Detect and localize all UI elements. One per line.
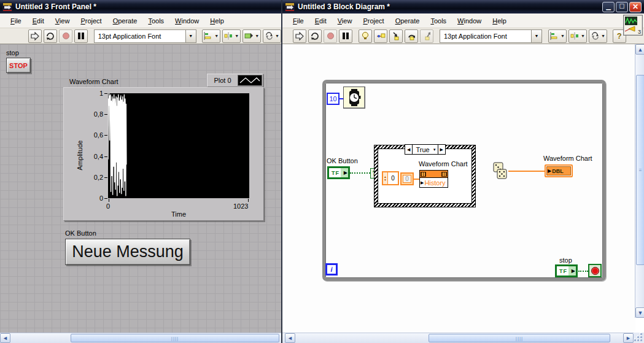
y-tick: 0,6 <box>85 131 103 139</box>
neue-messung-button[interactable]: Neue Messung <box>65 239 190 265</box>
y-tick: 1 <box>85 90 103 97</box>
vscroll-thumb[interactable]: ≡ <box>636 75 644 265</box>
scroll-up-button[interactable]: ▲ <box>635 44 644 55</box>
run-continuous-button[interactable] <box>44 29 57 43</box>
menu-window[interactable]: Window <box>169 15 204 27</box>
index-spinner-icon[interactable]: ▲▼ <box>383 172 388 184</box>
resize-objects-dropdown[interactable]: ▼ <box>242 29 261 43</box>
loop-condition-terminal[interactable] <box>588 264 602 277</box>
hscroll-thumb[interactable]: |||| <box>71 334 279 342</box>
desktop: Untitled 3 Front Panel * File Edit View … <box>0 0 644 343</box>
wire-dice-to-chart[interactable] <box>508 171 545 172</box>
case-dropdown-icon[interactable]: ▼ <box>433 148 436 152</box>
step-out-button[interactable] <box>420 29 433 43</box>
step-into-button[interactable] <box>389 29 403 43</box>
menu-view[interactable]: View <box>332 15 358 27</box>
menu-help[interactable]: Help <box>204 15 230 27</box>
array-constant-index[interactable]: ▲▼ 0 <box>382 171 399 185</box>
menu-tools[interactable]: Tools <box>142 15 169 27</box>
close-button[interactable]: ✕ <box>629 2 642 12</box>
abort-button[interactable] <box>324 29 337 43</box>
abort-icon <box>327 33 334 39</box>
menu-file[interactable]: File <box>287 15 309 27</box>
front-panel-hscrollbar[interactable]: ◄ |||| <box>0 333 281 343</box>
menu-view[interactable]: View <box>50 15 76 27</box>
menu-operate[interactable]: Operate <box>390 15 425 27</box>
front-panel-toolbar: 13pt Application Font ▼ ▼ ▼ ▼ <box>0 28 281 44</box>
menu-file[interactable]: File <box>5 15 27 27</box>
highlight-execution-button[interactable] <box>359 29 372 43</box>
ok-button-terminal[interactable]: TF ▶ <box>327 166 350 179</box>
menu-edit[interactable]: Edit <box>309 15 332 27</box>
font-dropdown-arrow-icon[interactable]: ▼ <box>531 30 541 42</box>
menu-edit[interactable]: Edit <box>27 15 50 27</box>
distribute-objects-dropdown[interactable]: ▼ <box>568 29 587 43</box>
front-panel-titlebar[interactable]: Untitled 3 Front Panel * <box>0 0 281 13</box>
stop-button-text: STOP <box>9 62 28 69</box>
align-objects-dropdown[interactable]: ▼ <box>548 29 567 43</box>
plot-legend[interactable]: Plot 0 <box>207 74 263 87</box>
menu-project[interactable]: Project <box>357 15 389 27</box>
menu-window[interactable]: Window <box>452 15 487 27</box>
distribute-objects-dropdown[interactable]: ▼ <box>222 29 241 43</box>
numeric-constant-10[interactable]: 10 <box>327 93 339 105</box>
run-button[interactable] <box>293 29 306 43</box>
pause-button[interactable] <box>74 29 88 43</box>
case-selector-label[interactable]: ◀ True ▼ ▶ <box>405 144 446 155</box>
run-continuous-button[interactable] <box>308 29 322 43</box>
minimize-button[interactable]: ▁ <box>602 2 615 12</box>
maximize-button[interactable]: ☐ <box>616 2 628 12</box>
window-resize-grip[interactable] <box>634 333 644 343</box>
align-objects-dropdown[interactable]: ▼ <box>202 29 220 43</box>
lightbulb-icon <box>361 31 370 40</box>
block-diagram-vscrollbar[interactable]: ▲ ≡ ▼ <box>635 44 644 318</box>
block-diagram-canvas[interactable]: 10 OK Button TF ▶ ? <box>285 44 635 332</box>
wire-stop-to-condition[interactable] <box>578 271 588 272</box>
hscroll-thumb[interactable]: |||| <box>429 334 610 342</box>
scroll-left-button[interactable]: ◄ <box>0 333 10 343</box>
block-diagram-titlebar[interactable]: Untitled 3 Block Diagram * ▁ ☐ ✕ <box>282 0 644 13</box>
property-node[interactable]: ▶ History <box>419 170 448 188</box>
waveform-chart[interactable]: 1 0,8 0,6 0,4 0,2 0 0 1023 Time Amplitud… <box>63 87 264 221</box>
y-tick: 0 <box>85 195 103 202</box>
stop-button[interactable]: STOP <box>6 58 31 73</box>
retain-wire-values-button[interactable] <box>374 29 387 43</box>
block-diagram-menubar: File Edit View Project Operate Tools Win… <box>282 13 644 28</box>
pause-button[interactable] <box>339 29 352 43</box>
random-number-function[interactable] <box>492 162 508 180</box>
loop-iteration-terminal[interactable]: i <box>325 263 338 276</box>
run-button[interactable] <box>28 29 42 43</box>
plot-legend-swatch-icon <box>238 75 262 86</box>
block-diagram-window: Untitled 3 Block Diagram * ▁ ☐ ✕ File Ed… <box>281 0 644 343</box>
stop-terminal[interactable]: TF ▶ <box>555 264 578 277</box>
wait-ms-function[interactable] <box>343 87 365 109</box>
case-previous-icon[interactable]: ◀ <box>405 145 413 154</box>
front-panel-canvas[interactable]: stop STOP Waveform Chart Plot 0 1 0,8 0,… <box>0 44 281 333</box>
array-constant-element[interactable]: 0 <box>400 172 414 185</box>
vi-icon[interactable]: 3 <box>623 15 643 36</box>
case-selector-value[interactable]: True <box>413 146 432 153</box>
abort-button[interactable] <box>59 29 72 43</box>
reorder-objects-dropdown[interactable]: ▼ <box>263 29 281 43</box>
font-selector[interactable]: 13pt Application Font ▼ <box>440 29 542 43</box>
font-selector[interactable]: 13pt Application Font ▼ <box>94 29 196 43</box>
wire-ok-to-case[interactable] <box>350 172 370 174</box>
menu-tools[interactable]: Tools <box>425 15 452 27</box>
waveform-chart-label: Waveform Chart <box>69 78 118 85</box>
menu-help[interactable]: Help <box>487 15 512 27</box>
font-dropdown-arrow-icon[interactable]: ▼ <box>185 30 196 42</box>
step-over-button[interactable] <box>405 29 418 43</box>
scroll-right-button[interactable]: ► <box>623 333 634 343</box>
reorder-objects-dropdown[interactable]: ▼ <box>589 29 607 43</box>
property-node-history-row[interactable]: ▶ History <box>420 178 448 187</box>
waveform-chart-terminal[interactable]: ▶ DBL <box>545 164 573 177</box>
case-next-icon[interactable]: ▶ <box>438 145 445 154</box>
chart-plot-area[interactable] <box>108 93 249 198</box>
scroll-down-button[interactable]: ▼ <box>635 307 644 318</box>
menu-operate[interactable]: Operate <box>107 15 143 27</box>
block-diagram-hscrollbar[interactable]: ◄ |||| ► <box>282 333 634 343</box>
dice-icon <box>492 162 508 180</box>
tf-datatype: TF <box>559 268 572 274</box>
menu-project[interactable]: Project <box>75 15 107 27</box>
scroll-left-button[interactable]: ◄ <box>285 333 295 343</box>
